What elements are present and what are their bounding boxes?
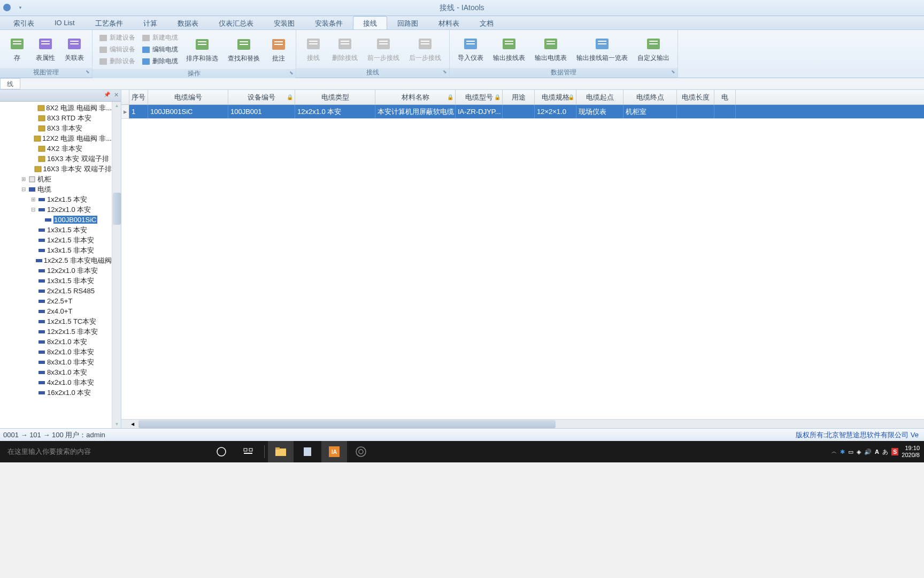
tray-volume-icon[interactable]: 🔊 [864,448,872,455]
table-row[interactable]: ▸1100JB001SiC100JB00112x2x1.0 本安本安计算机用屏蔽… [121,105,924,119]
tree-node[interactable]: 2x2x1.5 RS485 [0,286,112,296]
tray-sogou-icon[interactable]: S [891,448,898,455]
cortana-icon[interactable] [209,441,234,462]
tree-node[interactable]: 100JB001SiC [0,215,112,225]
column-header-电缆编号[interactable]: 电缆编号 [148,90,228,104]
table-cell[interactable]: 机柜室 [623,105,677,118]
tree-node[interactable]: 1x3x1.5 非本安 [0,245,112,255]
dialog-launcher-icon[interactable]: ⬊ [670,69,676,75]
button-删除电缆[interactable]: 删除电缆 [140,56,180,67]
button-排序和筛选[interactable]: 排序和筛选 [181,32,223,67]
dialog-launcher-icon[interactable]: ⬊ [288,70,295,77]
button-导入仪表[interactable]: 导入仪表 [453,32,488,67]
app-menu-button[interactable] [1,2,13,13]
ribbon-tab-IO List[interactable]: IO List [44,16,85,29]
button-输出接线表[interactable]: 输出接线表 [488,32,530,67]
expand-icon[interactable]: ⊟ [21,186,28,192]
tree-node[interactable]: ⊟电缆 [0,184,112,194]
table-cell[interactable]: 12x2x1.0 本安 [295,105,375,118]
ribbon-tab-索引表[interactable]: 索引表 [3,16,44,29]
button-表属性[interactable]: 表属性 [31,32,60,67]
scroll-thumb[interactable] [113,193,121,225]
table-cell[interactable]: 现场仪表 [576,105,623,118]
tree-node[interactable]: 12X2 电源 电磁阀 非... [0,133,112,143]
button-输出接线箱一览表[interactable]: 输出接线箱一览表 [572,32,633,67]
tree-node[interactable]: 8x3x1.0 非本安 [0,357,112,367]
ribbon-tab-接线[interactable]: 接线 [353,16,387,29]
ribbon-tab-安装条件[interactable]: 安装条件 [305,16,353,29]
ribbon-tab-文档[interactable]: 文档 [469,16,504,29]
tree-node[interactable]: 2x4.0+T [0,306,112,316]
table-cell[interactable]: IA-ZR-DJYP... [456,105,503,118]
ribbon-tab-材料表[interactable]: 材料表 [428,16,469,29]
tree-node[interactable]: 8x3x1.0 本安 [0,367,112,377]
expand-icon[interactable]: ⊟ [31,207,37,212]
table-cell[interactable]: 本安计算机用屏蔽软电缆 [375,105,456,118]
tray-sync-icon[interactable]: ✱ [840,448,845,455]
tree-node[interactable]: 8x2x1.0 本安 [0,337,112,347]
dialog-launcher-icon[interactable]: ⬊ [442,69,448,75]
ribbon-tab-计算[interactable]: 计算 [133,16,167,29]
scroll-up-icon[interactable]: ▲ [113,102,121,110]
tree-node[interactable]: 8x2x1.0 非本安 [0,347,112,357]
tray-ime-icon[interactable]: あ [882,448,888,456]
dock-tab-wiring[interactable]: 线 [0,78,20,89]
file-explorer-icon[interactable] [268,441,294,462]
tree-node[interactable]: 8X2 电源 电磁阀 非... [0,103,112,113]
qat-dropdown[interactable]: ▼ [14,2,26,13]
ribbon-tab-工艺条件[interactable]: 工艺条件 [85,16,133,29]
tree-node[interactable]: ⊞1x2x1.5 本安 [0,194,112,204]
table-cell[interactable]: 12×2×1.0 [535,105,576,118]
button-关联表[interactable]: 关联表 [60,32,89,67]
obs-icon[interactable] [348,441,374,462]
expand-icon[interactable]: ⊞ [21,176,28,182]
app-icon-1[interactable] [295,441,320,462]
tray-ime-a-icon[interactable]: A [875,448,879,455]
ribbon-tab-回路图[interactable]: 回路图 [387,16,428,29]
button-输出电缆表[interactable]: 输出电缆表 [530,32,572,67]
dialog-launcher-icon[interactable]: ⬊ [84,69,91,75]
app-icon-ia[interactable]: IA [321,441,347,462]
button-存[interactable]: 存 [3,32,31,67]
tree-node[interactable]: 8X3 RTD 本安 [0,113,112,123]
tray-clock[interactable]: 19:10 2020/8 [902,445,920,459]
table-cell[interactable] [677,105,714,118]
scroll-left-icon[interactable]: ◀ [128,420,136,428]
scroll-down-icon[interactable]: ▼ [113,420,121,428]
ribbon-tab-数据表[interactable]: 数据表 [167,16,209,29]
tray-wifi-icon[interactable]: ◈ [857,448,861,455]
tree-node[interactable]: 2x2.5+T [0,296,112,306]
task-view-icon[interactable] [235,441,261,462]
tree-node[interactable]: 16x2x1.0 本安 [0,387,112,398]
column-header-电缆型号[interactable]: 电缆型号🔒 [456,90,503,104]
tray-chevron-icon[interactable]: ︿ [831,448,837,455]
table-cell[interactable]: 100JB001SiC [148,105,228,118]
column-header-用途[interactable]: 用途 [503,90,535,104]
tree-node[interactable]: 8X3 非本安 [0,123,112,133]
button-批注[interactable]: 批注 [265,32,292,67]
button-查找和替换[interactable]: 查找和替换 [223,32,265,67]
column-header-材料名称[interactable]: 材料名称🔒 [375,90,456,104]
tree-node[interactable]: 16X3 非本安 双端子排 [0,164,112,174]
tree-node[interactable]: 1x3x1.5 非本安 [0,276,112,286]
tree-node[interactable]: 12x2x1.5 非本安 [0,326,112,337]
column-header-电[interactable]: 电 [714,90,736,104]
tree-node[interactable]: 4x2x1.0 非本安 [0,377,112,387]
tree-node[interactable]: 1x3x1.5 本安 [0,225,112,235]
button-编辑电缆[interactable]: 编辑电缆 [140,44,180,55]
tree-node[interactable]: 1x2x1.5 非本安 [0,235,112,245]
table-cell[interactable]: 1 [129,105,148,118]
close-icon[interactable]: ✕ [114,92,119,98]
tree-node[interactable]: ⊞机柜 [0,174,112,184]
column-header-序号[interactable]: 序号 [129,90,148,104]
column-header-设备编号[interactable]: 设备编号🔒 [228,90,295,104]
table-cell[interactable]: 100JB001 [228,105,295,118]
ribbon-tab-安装图[interactable]: 安装图 [264,16,305,29]
tree-node[interactable]: 4X2 非本安 [0,143,112,154]
button-自定义输出[interactable]: 自定义输出 [633,32,674,67]
column-header-电缆长度[interactable]: 电缆长度 [677,90,714,104]
column-header-电缆起点[interactable]: 电缆起点 [576,90,623,104]
ribbon-tab-仪表汇总表[interactable]: 仪表汇总表 [209,16,264,29]
taskbar-search[interactable]: 在这里输入你要搜索的内容 [0,447,203,457]
column-header-电缆规格[interactable]: 电缆规格🔒 [535,90,576,104]
